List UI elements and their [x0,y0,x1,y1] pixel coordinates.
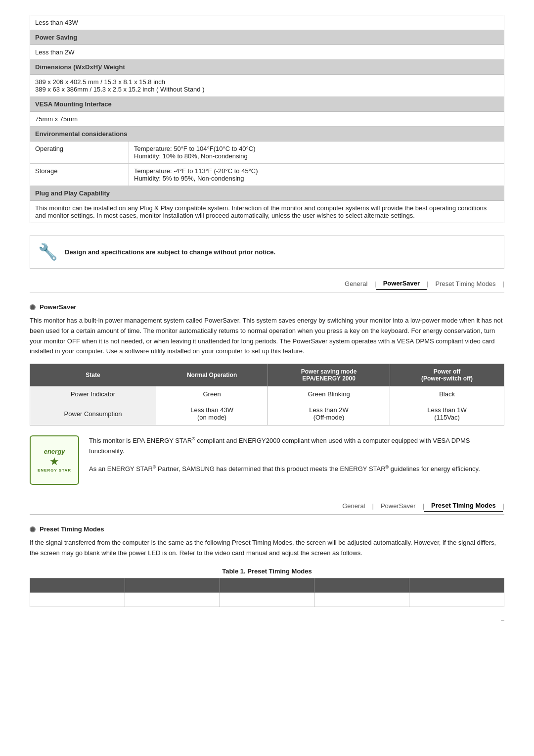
timing-cell [314,592,409,607]
timing-cell [220,592,314,607]
energy-logo-brand: energy [44,448,65,455]
table-row: Power Indicator Green Green Blinking Bla… [30,386,504,402]
table-row: Less than 43W [30,15,504,30]
preset-body-text: If the signal transferred from the compu… [30,538,504,559]
table-row: Operating Temperature: 50°F to 104°F(10°… [30,142,504,164]
cell-consumption-saving: Less than 2W(Off-mode) [268,402,390,425]
timing-col-4 [314,578,409,592]
timing-table-row [30,592,504,607]
tab-navigation-1: General | PowerSaver | Preset Timing Mod… [30,278,504,292]
spec-label: Storage [30,164,129,186]
power-table-header-row: State Normal Operation Power saving mode… [30,364,504,386]
spec-value: Temperature: 50°F to 104°F(10°C to 40°C)… [129,142,504,164]
energy-star-icon: ★ [49,455,59,468]
section-header: Plug and Play Capability [30,186,504,201]
section-title-powersaver: PowerSaver [30,303,504,311]
preset-table-title: Table 1. Preset Timing Modes [30,567,504,575]
cell-indicator-normal: Green [156,386,268,402]
table-row: 75mm x 75mm [30,112,504,127]
preset-timing-table [30,578,504,607]
energy-star-logo: energy ★ ENERGY STAR [30,435,79,485]
preset-section-name: Preset Timing Modes [40,525,104,533]
timing-cell [409,592,504,607]
tab-general-2[interactable]: General [335,500,372,512]
cell-indicator-off: Black [390,386,504,402]
spec-value: This monitor can be installed on any Plu… [30,201,504,223]
table-row: Power Saving [30,30,504,45]
cell-consumption-normal: Less than 43W(on mode) [156,402,268,425]
spec-value: Less than 2W [30,45,504,60]
notice-box: 🔧 Design and specifications are subject … [30,235,504,269]
timing-col-5 [409,578,504,592]
section-header: VESA Mounting Interface [30,97,504,112]
tab-powersaver-1[interactable]: PowerSaver [376,278,427,290]
col-header-off: Power off(Power-switch off) [390,364,504,386]
col-header-state: State [30,364,156,386]
table-row: Less than 2W [30,45,504,60]
timing-cell [125,592,220,607]
tab-preset-1[interactable]: Preset Timing Modes [429,278,503,289]
row-label-consumption: Power Consumption [30,402,156,425]
tab-general-1[interactable]: General [338,278,374,289]
table-row: Storage Temperature: -4°F to 113°F (-20°… [30,164,504,186]
table-row: Plug and Play Capability [30,186,504,201]
spec-value: 389 x 206 x 402.5 mm / 15.3 x 8.1 x 15.8… [30,75,504,97]
energy-text-line2: As an ENERGY STAR® Partner, SAMSUNG has … [89,464,504,474]
timing-header-row [30,578,504,592]
table-row: Power Consumption Less than 43W(on mode)… [30,402,504,425]
col-header-saving: Power saving modeEPA/ENERGY 2000 [268,364,390,386]
timing-col-1 [30,578,125,592]
energy-text-line1: This monitor is EPA ENERGY STAR® complia… [89,435,504,457]
tab-navigation-2: General | PowerSaver | Preset Timing Mod… [30,500,504,515]
spec-value: Temperature: -4°F to 113°F (-20°C to 45°… [129,164,504,186]
tab-separator-6: | [503,502,504,510]
table-row: VESA Mounting Interface [30,97,504,112]
section-header: Dimensions (WxDxH)/ Weight [30,60,504,75]
section-name: PowerSaver [40,303,76,311]
spec-label: Operating [30,142,129,164]
section-dot-icon [30,304,36,310]
power-saver-table: State Normal Operation Power saving mode… [30,364,504,425]
table-row: This monitor can be installed on any Plu… [30,201,504,223]
energy-star-box: energy ★ ENERGY STAR This monitor is EPA… [30,435,504,485]
cell-indicator-saving: Green Blinking [268,386,390,402]
section-dot-icon-2 [30,526,36,532]
spec-table: Less than 43W Power Saving Less than 2W … [30,15,504,223]
timing-cell [30,592,125,607]
timing-col-2 [125,578,220,592]
powersaver-section: PowerSaver This monitor has a built-in p… [30,303,504,485]
section-title-preset: Preset Timing Modes [30,525,504,533]
section-header: Environmental considerations [30,127,504,142]
tab-powersaver-2[interactable]: PowerSaver [374,500,423,512]
notice-icon: 🔧 [38,242,58,261]
cell-consumption-off: Less than 1W(115Vac) [390,402,504,425]
tab-preset-2[interactable]: Preset Timing Modes [424,500,503,512]
section-header: Power Saving [30,30,504,45]
row-label-indicator: Power Indicator [30,386,156,402]
col-header-normal: Normal Operation [156,364,268,386]
table-row: Environmental considerations [30,127,504,142]
spec-value: Less than 43W [30,15,504,30]
tab-separator-3: | [503,280,504,287]
powersaver-body-text: This monitor has a built-in power manage… [30,316,504,357]
table-row: Dimensions (WxDxH)/ Weight [30,60,504,75]
timing-col-3 [220,578,314,592]
page-indicator: – [30,617,504,624]
energy-star-label: ENERGY STAR [38,468,71,472]
energy-star-text: This monitor is EPA ENERGY STAR® complia… [89,435,504,481]
preset-timing-section: Preset Timing Modes If the signal transf… [30,525,504,607]
spec-value: 75mm x 75mm [30,112,504,127]
notice-text: Design and specifications are subject to… [65,248,275,256]
table-row: 389 x 206 x 402.5 mm / 15.3 x 8.1 x 15.8… [30,75,504,97]
